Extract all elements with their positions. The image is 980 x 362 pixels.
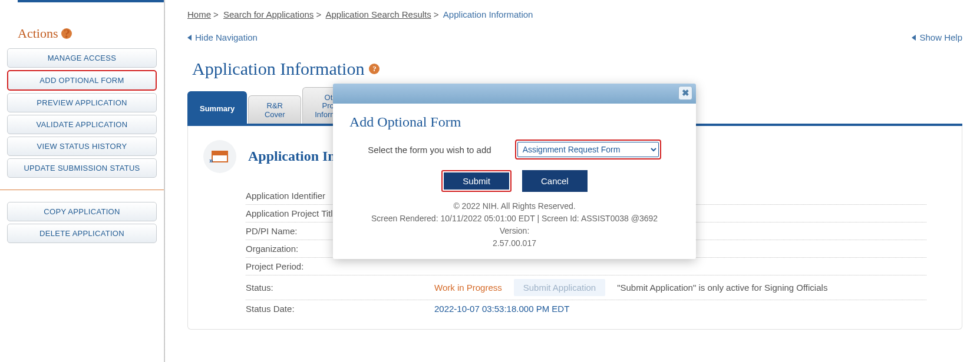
action-add-optional-form[interactable]: ADD OPTIONAL FORM [7, 70, 157, 91]
sidebar-divider [0, 190, 164, 190]
triangle-left-icon [912, 35, 916, 41]
add-optional-form-dialog: ✖ Add Optional Form Select the form you … [333, 84, 696, 259]
application-icon [203, 140, 236, 173]
dialog-footer: © 2022 NIH. All Rights Reserved. Screen … [349, 200, 679, 250]
breadcrumb-current: Application Information [443, 9, 533, 19]
form-select[interactable]: Assignment Request Form [517, 142, 659, 157]
breadcrumb-link[interactable]: Application Search Results [325, 9, 431, 19]
submit-button[interactable]: Submit [444, 172, 509, 190]
triangle-left-icon [187, 35, 192, 41]
hide-navigation-link[interactable]: Hide Navigation [187, 32, 258, 42]
show-help-link[interactable]: Show Help [912, 32, 962, 42]
info-label: Status Date: [246, 304, 434, 314]
action-delete-application[interactable]: DELETE APPLICATION [7, 224, 157, 243]
actions-heading: Actions ? [18, 26, 157, 41]
page-title: Application Information ? [192, 59, 962, 79]
breadcrumb: Home> Search for Applications> Applicati… [187, 9, 962, 19]
submit-highlight: Submit [441, 170, 512, 192]
submit-note: "Submit Application" is only active for … [617, 283, 827, 293]
tab-summary[interactable]: Summary [187, 91, 247, 124]
action-preview-application[interactable]: PREVIEW APPLICATION [7, 93, 157, 112]
info-value: 2022-10-07 03:53:18.000 PM EDT [434, 304, 569, 314]
action-validate-application[interactable]: VALIDATE APPLICATION [7, 115, 157, 134]
close-icon[interactable]: ✖ [678, 86, 692, 100]
action-update-submission-status[interactable]: UPDATE SUBMISSION STATUS [7, 158, 157, 178]
dialog-header[interactable]: ✖ [333, 84, 696, 104]
help-icon[interactable]: ? [61, 28, 72, 39]
sidebar: Actions ? MANAGE ACCESSADD OPTIONAL FORM… [0, 0, 164, 362]
info-label: Project Period: [246, 261, 434, 271]
breadcrumb-link[interactable]: Search for Applications [223, 9, 314, 19]
tab-r-r-cover[interactable]: R&RCover [248, 95, 301, 124]
info-value: Work in Progress [434, 283, 502, 293]
actions-heading-text: Actions [18, 26, 58, 41]
info-row: Project Period: [246, 258, 926, 275]
submit-application-button: Submit Application [514, 279, 605, 296]
dialog-title: Add Optional Form [349, 114, 679, 130]
help-icon[interactable]: ? [369, 64, 380, 74]
form-select-highlight: Assignment Request Form [515, 140, 661, 160]
info-row: Status:Work in ProgressSubmit Applicatio… [246, 275, 926, 300]
breadcrumb-link[interactable]: Home [187, 9, 211, 19]
action-manage-access[interactable]: MANAGE ACCESS [7, 48, 157, 68]
info-row: Status Date:2022-10-07 03:53:18.000 PM E… [246, 300, 926, 317]
cancel-button[interactable]: Cancel [522, 170, 588, 192]
dialog-label: Select the form you wish to add [368, 145, 491, 155]
info-label: Status: [246, 283, 434, 293]
action-view-status-history[interactable]: VIEW STATUS HISTORY [7, 137, 157, 156]
action-copy-application[interactable]: COPY APPLICATION [7, 202, 157, 221]
